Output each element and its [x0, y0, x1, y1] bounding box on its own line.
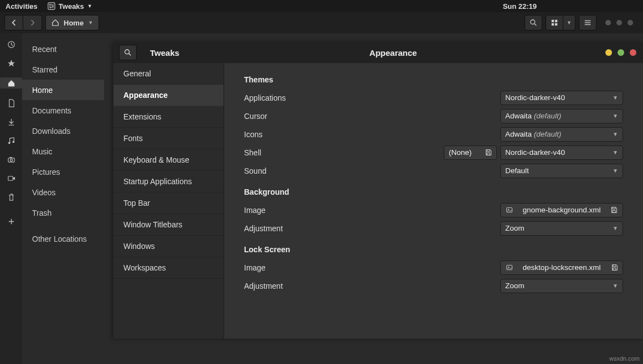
lockscreen-image-button[interactable]: desktop-lockscreen.xml [500, 261, 623, 275]
maximize-button[interactable] [618, 49, 624, 56]
search-button[interactable] [119, 45, 137, 60]
icons-label: Icons [244, 130, 500, 139]
window-title: Tweaks [137, 48, 225, 58]
home-icon [0, 77, 22, 89]
chevron-down-icon: ▼ [613, 168, 618, 174]
section-title-background: Background [244, 188, 623, 196]
sidebar-item-trash[interactable]: Trash [22, 202, 104, 223]
applications-label: Applications [244, 93, 500, 102]
minimize-button[interactable] [605, 20, 611, 25]
sound-theme-combo[interactable]: Default ▼ [500, 164, 623, 178]
svg-rect-21 [9, 157, 12, 158]
tweaks-content: Themes Applications Nordic-darker-v40 ▼ … [224, 63, 643, 339]
clock[interactable]: Sun 22:19 [503, 2, 537, 11]
view-grid-button[interactable] [546, 15, 563, 30]
files-sidebar: Recent Starred Home Documents Downloads … [22, 33, 104, 364]
lockscreen-adjustment-combo[interactable]: Zoom ▼ [500, 279, 623, 293]
shell-none-button[interactable]: (None) [444, 145, 497, 160]
background-adjustment-label: Adjustment [244, 224, 500, 233]
close-button[interactable] [630, 49, 636, 56]
sidebar-item-extensions[interactable]: Extensions [113, 106, 224, 128]
sidebar-item-other-locations[interactable]: Other Locations [22, 228, 104, 249]
sidebar-item-windows[interactable]: Windows [113, 236, 224, 257]
star-icon [7, 59, 15, 67]
background-image-button[interactable]: gnome-background.xml [500, 203, 623, 217]
sidebar-item-downloads[interactable]: Downloads [22, 121, 104, 141]
camera-icon [7, 155, 15, 164]
svg-line-8 [535, 24, 537, 26]
icons-theme-combo[interactable]: Adwaita (default) ▼ [500, 127, 623, 142]
download-icon [7, 117, 15, 126]
clock-icon [7, 40, 15, 49]
plus-icon [7, 217, 15, 226]
files-sidebar-icons [0, 33, 22, 364]
applications-theme-combo[interactable]: Nordic-darker-v40 ▼ [500, 91, 623, 105]
app-menu-label: Tweaks [59, 2, 84, 11]
sidebar-item-music[interactable]: Music [22, 141, 104, 162]
sidebar-item-documents[interactable]: Documents [22, 100, 104, 121]
music-icon [7, 136, 15, 145]
sidebar-item-fonts[interactable]: Fonts [113, 128, 224, 149]
svg-rect-11 [552, 23, 554, 25]
minimize-button[interactable] [605, 49, 612, 56]
sidebar-item-window-titlebars[interactable]: Window Titlebars [113, 214, 224, 236]
close-button[interactable] [628, 20, 633, 25]
hamburger-button[interactable] [579, 15, 597, 30]
svg-point-7 [531, 20, 535, 24]
chevron-down-icon: ▼ [613, 283, 618, 289]
chevron-down-icon: ▼ [613, 149, 618, 155]
sidebar-item-videos[interactable]: Videos [22, 182, 104, 202]
svg-rect-12 [555, 23, 557, 25]
sidebar-item-recent[interactable]: Recent [22, 39, 104, 59]
lockscreen-adjustment-label: Adjustment [244, 282, 500, 290]
search-button[interactable] [525, 15, 542, 30]
sidebar-item-general[interactable]: General [113, 63, 224, 85]
sidebar-item-workspaces[interactable]: Workspaces [113, 257, 224, 279]
chevron-down-icon: ▼ [567, 20, 572, 25]
view-menu-button[interactable]: ▼ [563, 15, 575, 30]
document-icon [7, 98, 15, 107]
tweaks-header: Tweaks Appearance [113, 42, 643, 63]
chevron-down-icon: ▼ [613, 113, 618, 119]
sidebar-item-appearance[interactable]: Appearance [113, 85, 224, 106]
background-image-label: Image [244, 206, 500, 215]
svg-rect-10 [555, 20, 557, 22]
section-title-themes: Themes [244, 75, 623, 84]
tweaks-window: Tweaks Appearance General Appearance Ext… [113, 42, 643, 339]
files-header-bar: Home ▼ ▼ [0, 12, 643, 33]
page-title: Appearance [225, 48, 605, 58]
background-adjustment-combo[interactable]: Zoom ▼ [500, 221, 623, 236]
sidebar-item-keyboard-mouse[interactable]: Keyboard & Mouse [113, 149, 224, 171]
svg-line-24 [129, 54, 131, 56]
svg-point-20 [10, 159, 12, 161]
cursor-theme-combo[interactable]: Adwaita (default) ▼ [500, 109, 623, 123]
image-icon [505, 264, 513, 272]
gnome-top-bar: Activities Tweaks ▼ Sun 22:19 [0, 0, 643, 12]
chevron-down-icon: ▼ [87, 3, 92, 9]
sidebar-item-starred[interactable]: Starred [22, 59, 104, 80]
svg-point-23 [125, 50, 129, 54]
path-bar[interactable]: Home ▼ [45, 15, 99, 30]
forward-button[interactable] [23, 15, 42, 30]
shell-label: Shell [244, 148, 444, 157]
trash-icon [7, 193, 15, 201]
sidebar-item-top-bar[interactable]: Top Bar [113, 193, 224, 214]
sound-label: Sound [244, 167, 500, 175]
sidebar-item-startup-applications[interactable]: Startup Applications [113, 171, 224, 193]
chevron-down-icon: ▼ [613, 95, 618, 101]
sidebar-item-home[interactable]: Home [22, 80, 104, 100]
path-label: Home [64, 19, 84, 27]
svg-point-18 [12, 141, 14, 143]
shell-theme-combo[interactable]: Nordic-darker-v40 ▼ [500, 145, 623, 160]
back-button[interactable] [4, 15, 23, 30]
app-menu[interactable]: Tweaks ▼ [48, 2, 92, 11]
image-icon [505, 206, 513, 214]
chevron-down-icon: ▼ [88, 20, 93, 25]
sidebar-item-pictures[interactable]: Pictures [22, 162, 104, 182]
save-icon [610, 206, 618, 214]
svg-rect-22 [8, 176, 12, 180]
video-icon [7, 174, 15, 183]
home-icon [51, 19, 59, 27]
activities-button[interactable]: Activities [6, 2, 38, 11]
maximize-button[interactable] [616, 20, 622, 25]
